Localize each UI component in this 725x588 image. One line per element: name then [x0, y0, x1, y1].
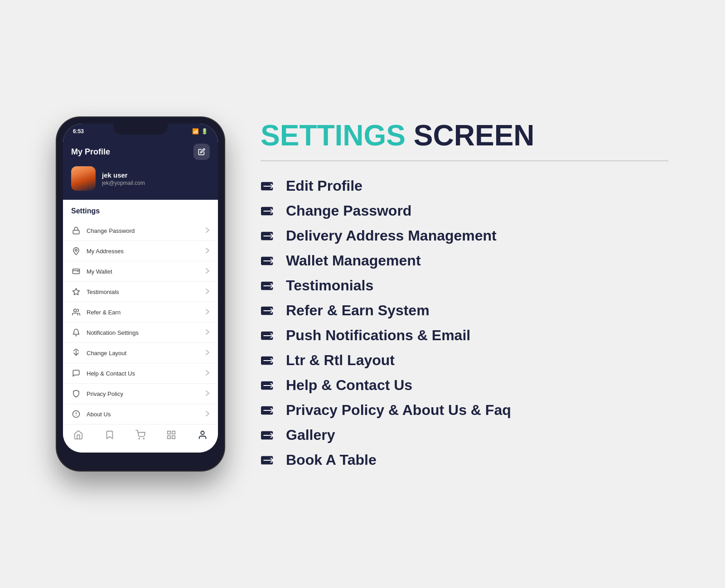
title-rest: SCREEN: [406, 119, 535, 152]
profile-header: My Profile jek user jek@yopmail.com: [63, 137, 218, 200]
feature-item-2: Delivery Address Management: [261, 227, 668, 244]
arrow-icon-5: [261, 303, 277, 319]
feature-item-5: Refer & Earn System: [261, 302, 668, 319]
settings-section: Settings Change Password My Addresses My…: [63, 200, 218, 424]
settings-item-my-wallet[interactable]: My Wallet: [63, 261, 218, 282]
feature-label-9: Privacy Policy & About Us & Faq: [286, 402, 511, 419]
feature-label-4: Testimonials: [286, 277, 373, 294]
nav-profile[interactable]: [198, 430, 208, 440]
svg-point-9: [139, 438, 140, 439]
settings-label-1: My Addresses: [87, 248, 200, 255]
nav-home[interactable]: [73, 430, 83, 440]
settings-item-testimonials[interactable]: Testimonials: [63, 282, 218, 302]
feature-item-3: Wallet Management: [261, 252, 668, 269]
user-details: jek user jek@yopmail.com: [102, 171, 145, 186]
chevron-icon-9: [205, 410, 210, 418]
settings-label-4: Refer & Earn: [87, 309, 200, 316]
feature-item-9: Privacy Policy & About Us & Faq: [261, 402, 668, 419]
arrow-icon-6: [261, 328, 277, 344]
chevron-icon-1: [205, 247, 210, 255]
nav-orders[interactable]: [166, 430, 176, 440]
chevron-icon-7: [205, 370, 210, 377]
phone-mockup: 6:53 📶 🔋 My Profile: [57, 117, 224, 471]
chevron-icon-5: [205, 329, 210, 337]
settings-item-my-addresses[interactable]: My Addresses: [63, 241, 218, 261]
settings-label-9: About Us: [87, 411, 200, 418]
title-divider: [261, 160, 668, 161]
svg-rect-0: [73, 230, 79, 234]
feature-label-6: Push Notifications & Email: [286, 327, 470, 344]
nav-cart[interactable]: [135, 430, 145, 440]
chevron-icon-0: [205, 227, 210, 235]
profile-title-row: My Profile: [71, 144, 210, 160]
settings-label-0: Change Password: [87, 227, 200, 234]
settings-label-6: Change Layout: [87, 350, 200, 357]
settings-icon-4: [71, 307, 81, 317]
settings-label-3: Testimonials: [87, 289, 200, 295]
wifi-icon: 📶: [192, 128, 199, 135]
arrow-icon-7: [261, 352, 277, 369]
chevron-icon-2: [205, 268, 210, 275]
chevron-icon-8: [205, 390, 210, 398]
bottom-nav: [63, 424, 218, 453]
feature-label-10: Gallery: [286, 427, 335, 443]
profile-info: jek user jek@yopmail.com: [71, 166, 210, 191]
svg-marker-3: [73, 289, 80, 295]
feature-label-5: Refer & Earn System: [286, 302, 430, 319]
settings-label-5: Notification Settings: [87, 329, 200, 336]
settings-item-refer-and-earn[interactable]: Refer & Earn: [63, 302, 218, 323]
status-time: 6:53: [73, 128, 84, 135]
arrow-icon-10: [261, 427, 277, 443]
chevron-icon-6: [205, 349, 210, 357]
settings-label-7: Help & Contact Us: [87, 370, 200, 377]
avatar: [71, 166, 96, 191]
settings-label-8: Privacy Policy: [87, 390, 200, 397]
settings-icon-6: [71, 348, 81, 358]
user-email: jek@yopmail.com: [102, 180, 145, 186]
edit-profile-button[interactable]: [193, 144, 210, 160]
settings-icon-2: [71, 266, 81, 276]
battery-icon: 🔋: [201, 128, 208, 135]
settings-label-2: My Wallet: [87, 268, 200, 275]
screen-title: SETTINGS SCREEN: [261, 120, 668, 151]
title-highlight: SETTINGS: [261, 119, 406, 152]
feature-item-1: Change Password: [261, 202, 668, 219]
feature-label-8: Help & Contact Us: [286, 377, 412, 394]
user-name: jek user: [102, 171, 145, 179]
feature-item-6: Push Notifications & Email: [261, 327, 668, 344]
feature-item-11: Book A Table: [261, 452, 668, 468]
settings-title: Settings: [63, 207, 218, 221]
profile-title: My Profile: [71, 147, 110, 157]
nav-bookmark[interactable]: [105, 430, 115, 440]
arrow-icon-2: [261, 228, 277, 244]
svg-rect-13: [172, 436, 175, 439]
feature-label-3: Wallet Management: [286, 252, 421, 269]
svg-rect-11: [168, 431, 170, 434]
arrow-icon-9: [261, 402, 277, 419]
settings-item-privacy-policy[interactable]: Privacy Policy: [63, 384, 218, 404]
settings-item-about-us[interactable]: About Us: [63, 404, 218, 424]
arrow-icon-1: [261, 203, 277, 219]
settings-item-help-and-contact-us[interactable]: Help & Contact Us: [63, 363, 218, 384]
chevron-icon-4: [205, 308, 210, 316]
arrow-icon-3: [261, 253, 277, 269]
feature-label-11: Book A Table: [286, 452, 377, 468]
chevron-icon-3: [205, 288, 210, 296]
settings-item-change-password[interactable]: Change Password: [63, 221, 218, 241]
settings-icon-9: [71, 409, 81, 419]
settings-list: Change Password My Addresses My Wallet T…: [63, 221, 218, 424]
feature-label-0: Edit Profile: [286, 178, 362, 194]
feature-label-7: Ltr & Rtl Layout: [286, 352, 395, 369]
svg-point-4: [74, 309, 77, 312]
settings-item-notification-settings[interactable]: Notification Settings: [63, 323, 218, 343]
feature-item-7: Ltr & Rtl Layout: [261, 352, 668, 369]
svg-point-1: [75, 249, 77, 251]
status-icons: 📶 🔋: [192, 128, 208, 135]
feature-list: Edit Profile Change Password Delivery Ad…: [261, 178, 668, 468]
svg-rect-12: [172, 431, 175, 434]
settings-item-change-layout[interactable]: Change Layout: [63, 343, 218, 363]
svg-point-15: [201, 431, 204, 434]
settings-icon-7: [71, 368, 81, 378]
arrow-icon-0: [261, 178, 277, 194]
arrow-icon-4: [261, 278, 277, 294]
